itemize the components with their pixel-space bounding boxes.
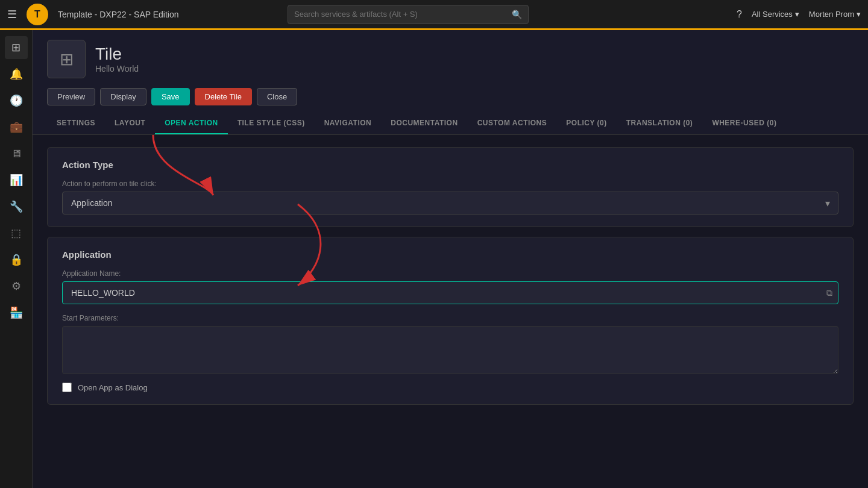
preview-button[interactable]: Preview xyxy=(47,88,95,105)
rail-icon-clock[interactable]: 🕐 xyxy=(5,89,28,112)
delete-tile-button[interactable]: Delete Tile xyxy=(195,88,252,105)
save-button[interactable]: Save xyxy=(151,88,190,105)
rail-icon-lock[interactable]: 🔒 xyxy=(5,248,28,271)
icon-rail: ⊞ 🔔 🕐 💼 🖥 📊 🔧 ⬚ 🔒 ⚙ 🏪 xyxy=(0,30,33,488)
panel-area: Action Type Action to perform on tile cl… xyxy=(33,135,868,488)
tab-policy[interactable]: POLICY (0) xyxy=(556,113,616,134)
rail-icon-grid[interactable]: ⊞ xyxy=(5,36,28,59)
tab-open-action[interactable]: OPEN ACTION xyxy=(155,113,227,134)
search-bar: 🔍 xyxy=(288,5,529,24)
application-section-title: Application xyxy=(62,249,838,260)
chevron-down-icon: ▾ xyxy=(795,10,799,19)
tile-title: Tile xyxy=(95,45,139,64)
action-type-section: Action Type Action to perform on tile cl… xyxy=(47,147,854,227)
dialog-checkbox-row: Open App as Dialog xyxy=(62,383,838,392)
top-bar: ☰ T Template - DXP22 - SAP Edition 🔍 ? A… xyxy=(0,0,868,30)
tab-navigation[interactable]: NAVIGATION xyxy=(315,113,382,134)
chevron-down-icon: ▾ xyxy=(857,10,861,19)
action-buttons: Preview Display Save Delete Tile Close xyxy=(47,88,854,105)
close-button[interactable]: Close xyxy=(257,88,297,105)
tab-where-used[interactable]: WHERE-USED (0) xyxy=(702,113,786,134)
rail-icon-briefcase[interactable]: 💼 xyxy=(5,116,28,139)
rail-icon-chart[interactable]: 📊 xyxy=(5,169,28,192)
tab-bar: SETTINGS LAYOUT OPEN ACTION TILE STYLE (… xyxy=(47,113,854,134)
services-dropdown[interactable]: All Services ▾ xyxy=(752,10,799,19)
open-as-dialog-checkbox[interactable] xyxy=(62,383,72,392)
start-params-label: Start Parameters: xyxy=(62,314,838,322)
help-icon[interactable]: ? xyxy=(737,9,742,20)
tab-documentation[interactable]: DOCUMENTATION xyxy=(381,113,467,134)
start-params-textarea[interactable] xyxy=(62,326,838,374)
action-type-select-wrapper: Application Intent URL None xyxy=(62,192,838,214)
tab-settings[interactable]: SETTINGS xyxy=(47,113,105,134)
tile-subtitle: Hello World xyxy=(95,64,139,74)
application-section: Application Application Name: ⧉ Start Pa… xyxy=(47,237,854,405)
copy-icon[interactable]: ⧉ xyxy=(826,288,832,298)
app-name-label: Application Name: xyxy=(62,269,838,278)
content-area: ⊞ Tile Hello World Preview Display Save … xyxy=(33,30,868,488)
rail-icon-monitor[interactable]: 🖥 xyxy=(5,142,28,165)
tab-tile-style[interactable]: TILE STYLE (CSS) xyxy=(228,113,315,134)
main-layout: ⊞ 🔔 🕐 💼 🖥 📊 🔧 ⬚ 🔒 ⚙ 🏪 ⊞ Tile Hello World… xyxy=(0,30,868,488)
page-header: ⊞ Tile Hello World Preview Display Save … xyxy=(33,30,868,135)
rail-icon-bell[interactable]: 🔔 xyxy=(5,63,28,86)
tile-icon: ⊞ xyxy=(47,40,86,78)
tab-layout[interactable]: LAYOUT xyxy=(105,113,155,134)
display-button[interactable]: Display xyxy=(100,88,146,105)
app-title: Template - DXP22 - SAP Edition xyxy=(58,10,179,19)
open-as-dialog-label: Open App as Dialog xyxy=(78,383,148,392)
tab-custom-actions[interactable]: CUSTOM ACTIONS xyxy=(468,113,557,134)
top-right-controls: ? All Services ▾ Morten Prom ▾ xyxy=(737,9,861,20)
action-type-title: Action Type xyxy=(62,160,838,170)
app-name-input[interactable] xyxy=(62,281,838,304)
rail-icon-frame[interactable]: ⬚ xyxy=(5,222,28,245)
tile-info: Tile Hello World xyxy=(95,45,139,74)
user-dropdown[interactable]: Morten Prom ▾ xyxy=(809,10,861,19)
rail-icon-wrench[interactable]: 🔧 xyxy=(5,195,28,218)
logo: T xyxy=(27,4,48,25)
action-type-field-label: Action to perform on tile click: xyxy=(62,180,838,188)
search-input[interactable] xyxy=(294,10,512,19)
tile-header: ⊞ Tile Hello World xyxy=(47,40,854,78)
tab-translation[interactable]: TRANSLATION (0) xyxy=(617,113,703,134)
hamburger-icon[interactable]: ☰ xyxy=(7,8,17,21)
rail-icon-shop[interactable]: 🏪 xyxy=(5,301,28,324)
rail-icon-settings[interactable]: ⚙ xyxy=(5,275,28,298)
action-type-select[interactable]: Application Intent URL None xyxy=(62,192,838,214)
search-icon: 🔍 xyxy=(512,10,522,19)
app-name-wrapper: ⧉ xyxy=(62,281,838,304)
